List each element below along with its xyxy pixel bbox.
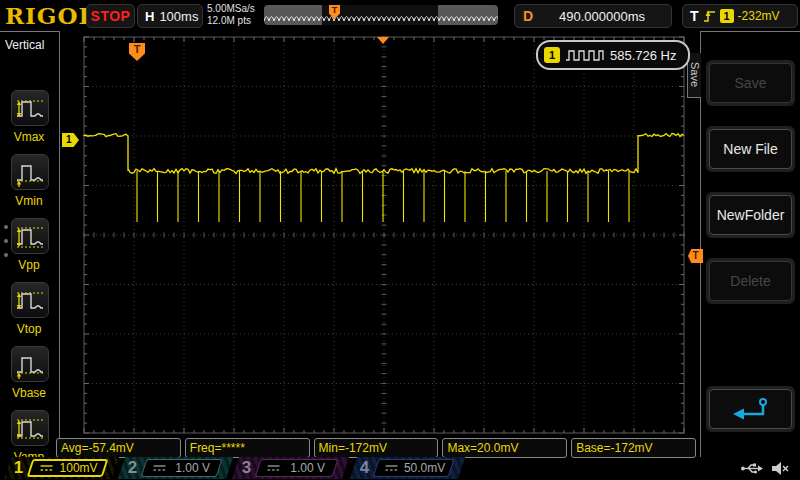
- top-status-bar: RIGOL STOP H 100ms 5.00MSa/s 12.0M pts T…: [0, 0, 800, 31]
- menu-label-vmin: Vmin: [0, 194, 58, 208]
- dc-coupling-icon: [385, 463, 399, 473]
- back-button[interactable]: [706, 386, 795, 432]
- channel-3-scale-box: 1.00 V: [255, 459, 339, 477]
- ch1-trace-spikes: [137, 171, 629, 222]
- status-icons: [740, 457, 800, 480]
- channel-4-scale-box: 50.0mV: [373, 459, 455, 477]
- channel-4-block[interactable]: 4 50.0mV: [350, 457, 465, 479]
- delay-value: 490.000000ms: [533, 9, 671, 24]
- channel-1-block[interactable]: 1 100mV: [4, 457, 119, 479]
- preview-waveform-icon: [264, 5, 498, 25]
- measurement-freq: Freq=*****: [185, 438, 310, 458]
- memory-preview-bar[interactable]: T: [264, 5, 498, 25]
- measurement-max: Max=20.0mV: [442, 438, 567, 458]
- speaker-muted-icon: [770, 460, 790, 477]
- vtop-icon: [15, 284, 45, 316]
- channel-status-bar: 1 100mV 2 1.00 V 3: [0, 457, 700, 480]
- page-indicator-dot: [4, 225, 8, 229]
- usb-icon: [740, 461, 764, 476]
- vamp-icon: [15, 412, 45, 444]
- trigger-status-box[interactable]: T 1 -232mV: [682, 4, 798, 28]
- rigol-logo: RIGOL: [5, 2, 96, 29]
- pulse-train-icon: [565, 48, 605, 62]
- measurement-base: Base=-172mV: [571, 438, 696, 458]
- save-menu-panel: Save Save New File NewFolder Delete: [700, 31, 800, 457]
- channel-2-scale-box: 1.00 V: [141, 459, 223, 477]
- dc-coupling-icon: [267, 463, 281, 473]
- vpp-icon: [15, 220, 45, 252]
- freq-counter-value: 585.726 Hz: [610, 48, 677, 63]
- trigger-t-label: T: [690, 8, 699, 24]
- timebase-h-label: H: [145, 9, 154, 24]
- left-menu-title: Vertical: [5, 38, 44, 52]
- new-file-button-label: New File: [709, 129, 792, 169]
- delete-button-label: Delete: [709, 261, 792, 301]
- new-folder-button[interactable]: NewFolder: [706, 192, 795, 238]
- vmin-icon: [15, 156, 45, 188]
- trigger-level-value: -232mV: [738, 9, 780, 23]
- timebase-box[interactable]: H 100ms: [137, 4, 203, 28]
- oscilloscope-screen: { "brand": "RIGOL", "top_bar": { "run_st…: [0, 0, 800, 480]
- channel-2-scale: 1.00 V: [167, 461, 219, 475]
- screen-center-marker: [377, 37, 389, 44]
- menu-label-vtop: Vtop: [0, 322, 58, 336]
- trigger-source-badge: 1: [720, 9, 734, 23]
- channel-4-scale: 50.0mV: [399, 461, 451, 475]
- new-file-button[interactable]: New File: [706, 126, 795, 172]
- page-indicator-dot: [4, 239, 8, 243]
- new-folder-button-label: NewFolder: [709, 195, 792, 235]
- frequency-counter-badge: 1 585.726 Hz: [536, 40, 690, 70]
- save-button-label: Save: [709, 63, 792, 103]
- run-state-button[interactable]: STOP: [86, 4, 135, 28]
- run-state-label: STOP: [91, 8, 131, 24]
- graticule-and-trace: [62, 32, 698, 438]
- menu-item-vamp[interactable]: [11, 410, 49, 446]
- channel-1-scale-box: 100mV: [27, 459, 109, 477]
- sample-rate: 5.00MSa/s: [207, 3, 255, 15]
- menu-item-vmin[interactable]: [11, 154, 49, 190]
- measurement-avg: Avg=-57.4mV: [56, 438, 181, 458]
- dc-coupling-icon: [153, 463, 167, 473]
- channel-3-scale: 1.00 V: [281, 461, 335, 475]
- freq-counter-channel-badge: 1: [544, 47, 560, 63]
- vertical-measure-menu: Vertical Vmax Vmin Vpp: [0, 31, 60, 457]
- menu-label-vpp: Vpp: [0, 258, 58, 272]
- channel-1-scale: 100mV: [54, 461, 104, 475]
- delay-d-label: D: [523, 8, 533, 24]
- acquisition-info: 5.00MSa/s 12.0M pts: [207, 3, 255, 27]
- menu-label-vmax: Vmax: [0, 130, 58, 144]
- memory-depth: 12.0M pts: [207, 15, 255, 27]
- dc-coupling-icon: [40, 463, 54, 473]
- trigger-slope-icon: [703, 8, 716, 24]
- measurement-results-bar: Avg=-57.4mV Freq=***** Min=-172mV Max=20…: [56, 438, 696, 458]
- menu-item-vtop[interactable]: [11, 282, 49, 318]
- menu-label-vbase: Vbase: [0, 386, 58, 400]
- menu-item-vmax[interactable]: [11, 90, 49, 126]
- timebase-value: 100ms: [159, 9, 198, 24]
- vbase-icon: [15, 348, 45, 380]
- menu-item-vpp[interactable]: [11, 218, 49, 254]
- delete-button[interactable]: Delete: [706, 258, 795, 304]
- channel-3-block[interactable]: 3 1.00 V: [232, 457, 349, 479]
- channel-2-block[interactable]: 2 1.00 V: [118, 457, 233, 479]
- trigger-delay-box[interactable]: D 490.000000ms: [514, 4, 672, 28]
- page-indicator-dot: [4, 253, 8, 257]
- save-button[interactable]: Save: [706, 60, 795, 106]
- menu-item-vbase[interactable]: [11, 346, 49, 382]
- return-arrow-icon: [729, 395, 773, 423]
- vmax-icon: [15, 92, 45, 124]
- measurement-min: Min=-172mV: [314, 438, 439, 458]
